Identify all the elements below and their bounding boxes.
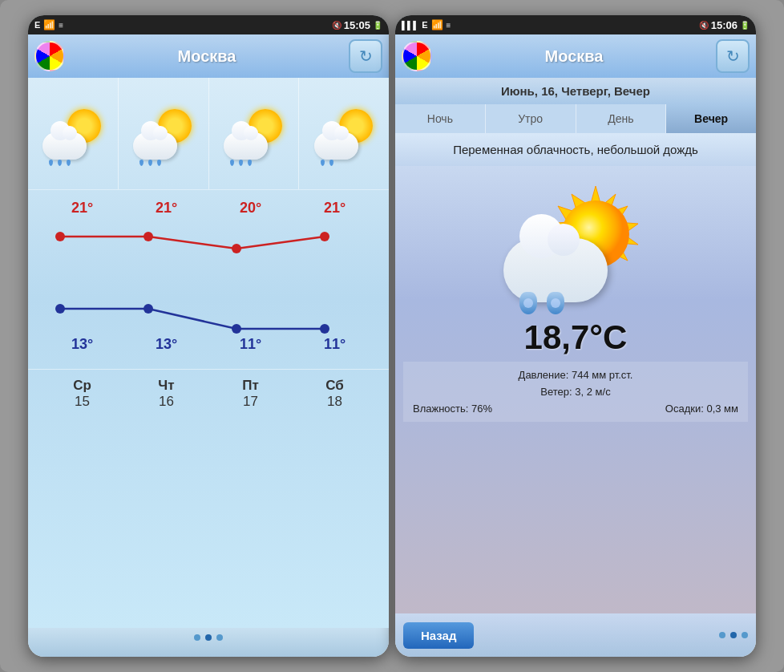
humidity-label: Влажность: 76% (413, 403, 492, 415)
status-time-right: 15:06 (711, 19, 738, 31)
pressure-row: Давление: 744 мм рт.ст. (413, 366, 738, 383)
e-icon-right: E (422, 20, 427, 30)
dot-nav-right (719, 632, 748, 638)
drop-inner-0 (523, 298, 533, 308)
low-temp-2: 11° (223, 336, 279, 353)
svg-point-7 (320, 324, 329, 334)
tab-day[interactable]: День (576, 104, 667, 133)
app-logo-right (402, 41, 432, 71)
day-col-0 (28, 78, 119, 189)
back-button[interactable]: Назад (403, 622, 474, 649)
drop-1-1 (148, 160, 152, 166)
drop-2-2 (248, 160, 252, 166)
wind-row: Ветер: 3, 2 м/с (413, 383, 738, 400)
app-header-left: Москва ↻ (28, 34, 389, 78)
day-name-2: Пт (223, 378, 279, 394)
low-temp-3: 11° (307, 336, 363, 353)
svg-point-1 (143, 232, 153, 241)
weather-main: 18,7°C Давление: 744 мм рт.ст. Ветер: 3,… (395, 166, 756, 613)
tab-night[interactable]: Ночь (395, 104, 486, 133)
day-col-2 (209, 78, 300, 189)
e-icon: E (34, 20, 40, 30)
status-left: E 📶 ≡ (34, 19, 63, 30)
refresh-button-left[interactable]: ↻ (349, 39, 382, 73)
phones-container: E 📶 ≡ 🔇 15:05 🔋 Москва ↻ (0, 0, 784, 672)
bottom-bar-right: Назад (395, 613, 756, 657)
nav-dot-r-1[interactable] (730, 632, 737, 638)
svg-point-4 (55, 304, 65, 314)
drop-1-2 (157, 160, 161, 166)
low-temp-1: 13° (139, 336, 195, 353)
day-number-3: 18 (307, 394, 363, 410)
right-phone: ▌▌▌ E 📶 ≡ 🔇 15:06 🔋 Москва ↻ Июнь, 16, Ч… (395, 15, 756, 657)
battery-icon: 🔋 (373, 21, 382, 30)
rain-2 (230, 160, 252, 166)
app-header-right: Москва ↻ (395, 34, 756, 78)
nav-dot-r-2[interactable] (742, 632, 748, 638)
tab-morning[interactable]: Утро (486, 104, 576, 133)
nav-dot-1[interactable] (205, 634, 212, 641)
weather-icon-2 (224, 107, 284, 160)
day-name-3: Сб (307, 378, 363, 394)
weather-icon-1 (133, 107, 193, 160)
rain-3 (321, 160, 333, 166)
precipitation-label: Осадки: 0,3 мм (665, 403, 738, 415)
day-number-0: 15 (55, 394, 111, 410)
large-drop-1 (547, 292, 564, 314)
chart-container (28, 221, 389, 352)
battery-icon-right: 🔋 (740, 21, 750, 30)
day-name-0: Ср (55, 378, 111, 394)
status-right: 🔇 15:05 🔋 (332, 19, 382, 31)
status-right-left: ▌▌▌ E 📶 ≡ (402, 19, 451, 30)
wifi-icon: 📶 (43, 19, 55, 30)
drop-inner-1 (551, 298, 560, 308)
day-col-1 (119, 78, 209, 189)
large-drop-0 (519, 292, 537, 314)
day-name-1: Чт (139, 378, 195, 394)
rain-1 (139, 160, 161, 166)
weather-description: Переменная облачность, небольшой дождь (395, 133, 756, 166)
svg-point-6 (232, 324, 241, 334)
drop-0-2 (67, 160, 71, 166)
day-info-2: Пт 17 (223, 378, 279, 410)
left-phone: E 📶 ≡ 🔇 15:05 🔋 Москва ↻ (28, 15, 389, 657)
large-weather-icon (503, 182, 648, 310)
cloud-3 (314, 132, 358, 160)
tab-evening[interactable]: Вечер (666, 104, 756, 133)
day-info-1: Чт 16 (139, 378, 195, 410)
day-number-1: 16 (139, 394, 195, 410)
nav-dot-2[interactable] (216, 634, 223, 641)
day-info-0: Ср 15 (55, 378, 111, 410)
humidity-precipitation-row: Влажность: 76% Осадки: 0,3 мм (413, 400, 738, 417)
svg-point-5 (143, 304, 153, 314)
app-logo-left (34, 41, 65, 71)
nav-dot-0[interactable] (194, 634, 200, 641)
day-number-2: 17 (223, 394, 279, 410)
city-name-right: Москва (545, 47, 604, 66)
day-col-3 (299, 78, 389, 189)
days-icon-row (28, 78, 389, 190)
weather-details: Давление: 744 мм рт.ст. Ветер: 3, 2 м/с … (403, 362, 748, 422)
high-temp-1: 21° (139, 200, 195, 217)
time-tabs: Ночь Утро День Вечер (395, 104, 756, 133)
rain-0 (49, 160, 71, 166)
drop-1-0 (139, 160, 143, 166)
wifi-icon-right: 📶 (431, 19, 443, 30)
forecast-area: 21° 21° 20° 21° (28, 78, 389, 628)
refresh-button-right[interactable]: ↻ (716, 39, 750, 73)
low-temp-0: 13° (55, 336, 111, 353)
menu-icon: ≡ (59, 21, 63, 30)
status-bar-right: ▌▌▌ E 📶 ≡ 🔇 15:06 🔋 (395, 15, 756, 34)
mute-icon: 🔇 (332, 21, 341, 30)
status-bar-left: E 📶 ≡ 🔇 15:05 🔋 (28, 15, 389, 34)
detail-date: Июнь, 16, Четверг, Вечер (395, 78, 756, 104)
large-rain-drops (519, 292, 564, 314)
temp-chart-svg (36, 221, 381, 349)
weather-icon-0 (42, 107, 103, 160)
svg-point-3 (320, 232, 329, 241)
nav-dot-r-0[interactable] (719, 632, 725, 638)
menu-icon-right: ≡ (447, 21, 451, 30)
weather-icon-3 (314, 107, 374, 160)
high-temp-3: 21° (307, 200, 363, 217)
high-temp-0: 21° (55, 200, 111, 217)
